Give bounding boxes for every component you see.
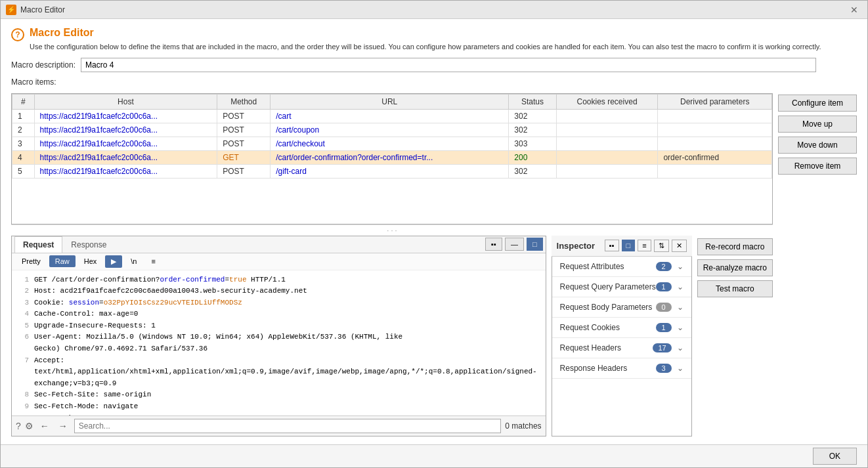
table-row[interactable]: 3 https://acd21f9a1fcaefc2c00c6a... POST…: [12, 137, 772, 150]
inspector-row-label: Request Attributes: [560, 262, 624, 271]
cell-url: /cart/order-confirmation?order-confirmed…: [271, 150, 509, 164]
cell-cookies: [556, 137, 658, 150]
insp-align-btn[interactable]: ≡: [638, 240, 651, 251]
format-bar: Pretty Raw Hex ▶ \n ≡: [12, 253, 546, 270]
fmt-pretty[interactable]: Pretty: [16, 255, 47, 267]
scroll-hint: · · ·: [11, 224, 773, 236]
line-number: 7: [17, 355, 29, 367]
search-bar: ? ⚙ ← → 0 matches: [12, 415, 546, 436]
code-line: 7Accept:: [17, 355, 540, 367]
insp-single-btn[interactable]: □: [622, 240, 636, 251]
code-line: 1GET /cart/order-confirmation?order-conf…: [17, 274, 540, 286]
inspector-row-label: Response Headers: [560, 364, 628, 373]
line-number: 9: [17, 401, 29, 413]
code-line: 2Host: acd21f9a1fcaefc2c00c6aed00a10043.…: [17, 286, 540, 297]
app-icon: ⚡: [6, 5, 16, 15]
chevron-icon: ⌄: [677, 323, 684, 332]
view-split-btn[interactable]: ▪▪: [485, 238, 502, 251]
fmt-raw[interactable]: Raw: [49, 255, 76, 267]
line-number: [17, 343, 29, 355]
matches-label: 0 matches: [505, 421, 541, 431]
response-tab[interactable]: Response: [62, 236, 115, 253]
cell-method: POST: [217, 109, 271, 123]
code-line: 4Cache-Control: max-age=0: [17, 308, 540, 320]
cell-status: 303: [509, 137, 556, 150]
close-button[interactable]: ✕: [846, 3, 862, 16]
settings-icon-btn[interactable]: ⚙: [25, 421, 33, 431]
cell-method: POST: [217, 123, 271, 137]
inspector-row[interactable]: Request Query Parameters 1 ⌄: [552, 277, 691, 297]
view-single-btn[interactable]: □: [527, 238, 543, 251]
fmt-menu[interactable]: ≡: [146, 255, 162, 267]
fmt-hex[interactable]: Hex: [78, 255, 103, 267]
code-line: text/html,application/xhtml+xml,applicat…: [17, 366, 540, 389]
inspector-row[interactable]: Request Headers 17 ⌄: [552, 338, 691, 358]
inspector-row[interactable]: Response Headers 3 ⌄: [552, 358, 691, 379]
forward-btn[interactable]: →: [56, 419, 70, 433]
back-btn[interactable]: ←: [37, 419, 52, 433]
ok-button[interactable]: OK: [813, 448, 857, 465]
move-up-btn[interactable]: Move up: [778, 116, 857, 133]
line-content: Upgrade-Insecure-Requests: 1: [34, 320, 540, 332]
line-number: 8: [17, 389, 29, 401]
line-content: Sec-Fetch-Site: same-origin: [34, 389, 540, 401]
cell-url: /gift-card: [271, 164, 509, 178]
cell-status: 302: [509, 123, 556, 137]
col-status: Status: [509, 94, 556, 109]
macro-items-table: # Host Method URL Status Cookies receive…: [11, 93, 773, 224]
table-row[interactable]: 2 https://acd21f9a1fcaefc2c00c6a... POST…: [12, 123, 772, 137]
cell-num: 4: [12, 150, 35, 164]
chevron-icon: ⌄: [677, 282, 684, 291]
cell-derived: [658, 137, 772, 150]
inspector-row-count: 2: [656, 262, 672, 271]
re-analyze-btn[interactable]: Re-analyze macro: [697, 259, 773, 276]
macro-description-input[interactable]: [81, 58, 816, 72]
chevron-icon: ⌄: [677, 364, 684, 373]
line-number: 1: [17, 274, 29, 286]
cell-num: 3: [12, 137, 35, 150]
inspector-row-count: 0: [656, 303, 672, 312]
table-row[interactable]: 4 https://acd21f9a1fcaefc2c00c6a... GET …: [12, 150, 772, 164]
cell-host: https://acd21f9a1fcaefc2c00c6a...: [34, 164, 217, 178]
inspector-row[interactable]: Request Attributes 2 ⌄: [552, 257, 691, 277]
inspector-title: Inspector: [557, 241, 596, 251]
col-host: Host: [34, 94, 217, 109]
cell-cookies: [556, 123, 658, 137]
search-input[interactable]: [74, 419, 501, 433]
cell-derived: [658, 109, 772, 123]
fmt-newline[interactable]: \n: [125, 255, 142, 267]
inspector-row[interactable]: Request Cookies 1 ⌄: [552, 318, 691, 338]
cell-derived: order-confirmed: [658, 150, 772, 164]
cell-method: POST: [217, 164, 271, 178]
inspector-row[interactable]: Request Body Parameters 0 ⌄: [552, 297, 691, 318]
fmt-render[interactable]: ▶: [105, 255, 122, 268]
line-number: 6: [17, 331, 29, 343]
cell-method: GET: [217, 150, 271, 164]
re-record-btn[interactable]: Re-record macro: [697, 238, 773, 255]
table-row[interactable]: 5 https://acd21f9a1fcaefc2c00c6a... POST…: [12, 164, 772, 178]
view-horiz-btn[interactable]: —: [505, 238, 524, 251]
ok-bar: OK: [1, 444, 867, 467]
code-line: 8Sec-Fetch-Site: same-origin: [17, 389, 540, 401]
line-content: GET /cart/order-confirmation?order-confi…: [34, 274, 540, 286]
move-down-btn[interactable]: Move down: [778, 137, 857, 154]
insp-swap-btn[interactable]: ⇅: [654, 240, 669, 252]
remove-item-btn[interactable]: Remove item: [778, 158, 857, 175]
insp-close-btn[interactable]: ✕: [672, 240, 687, 252]
code-line: 9Sec-Fetch-Mode: navigate: [17, 401, 540, 413]
test-macro-btn[interactable]: Test macro: [697, 280, 773, 297]
title-bar: ⚡ Macro Editor ✕: [1, 1, 867, 19]
configure-item-btn[interactable]: Configure item: [778, 95, 857, 112]
chevron-icon: ⌄: [677, 343, 684, 352]
inspector-row-label: Request Body Parameters: [560, 303, 653, 312]
insp-split-btn[interactable]: ▪▪: [605, 240, 619, 251]
code-line: 3Cookie: session=o32PpYIOIsCsz29ucVTEIDL…: [17, 297, 540, 309]
request-tab[interactable]: Request: [14, 236, 62, 253]
help-icon-btn[interactable]: ?: [16, 421, 21, 431]
line-number: 5: [17, 320, 29, 332]
cell-host: https://acd21f9a1fcaefc2c00c6a...: [34, 109, 217, 123]
macro-editor-title: Macro Editor: [30, 27, 821, 39]
cell-status: 302: [509, 109, 556, 123]
code-line: 5Upgrade-Insecure-Requests: 1: [17, 320, 540, 332]
table-row[interactable]: 1 https://acd21f9a1fcaefc2c00c6a... POST…: [12, 109, 772, 123]
